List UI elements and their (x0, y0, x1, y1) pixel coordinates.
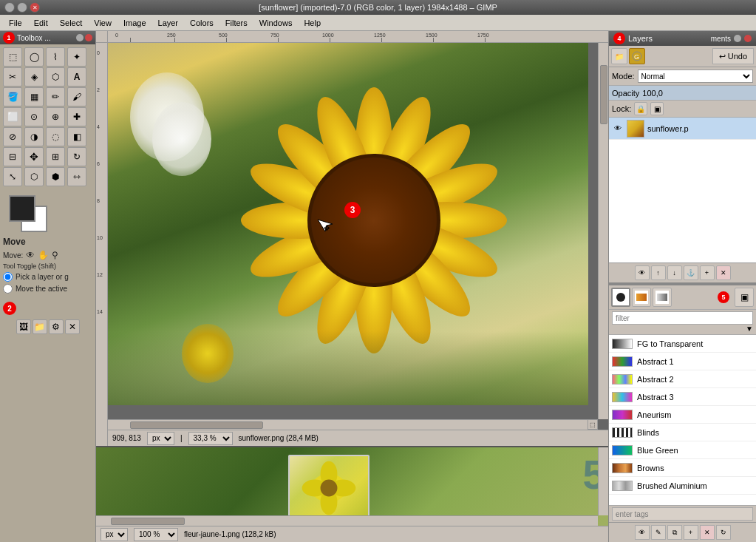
bottom-scrollbar-h[interactable] (96, 515, 598, 526)
tool-blur[interactable]: ◌ (46, 127, 65, 146)
canvas-zoom-select[interactable]: 33,3 % (188, 432, 233, 445)
gradient-eye-btn[interactable]: 👁 (635, 525, 650, 540)
tool-bucket[interactable]: 🪣 (3, 87, 22, 106)
layer-new-btn[interactable]: + (700, 265, 715, 280)
tool-fuzzy-select[interactable]: ✦ (67, 47, 86, 67)
menu-select[interactable]: Select (54, 15, 89, 30)
open-image-btn[interactable]: 📁 (33, 319, 47, 334)
prefs-btn[interactable]: ⚙ (49, 319, 64, 334)
tool-paths[interactable]: ⬡ (46, 67, 65, 87)
scrollbar-v-thumb[interactable] (600, 65, 607, 124)
layer-lower-btn[interactable]: ↓ (667, 265, 682, 280)
layers-minimize[interactable] (734, 35, 741, 42)
menu-layer[interactable]: Layer (152, 15, 185, 30)
tool-pencil[interactable]: ✏ (46, 87, 65, 106)
lock-pixels-btn[interactable]: 🔒 (634, 102, 647, 115)
undo-button[interactable]: ↩ Undo (712, 48, 754, 64)
mode-select[interactable]: Normal (638, 70, 753, 83)
tool-flip[interactable]: ⇿ (67, 167, 86, 186)
minimize-button[interactable] (4, 2, 15, 13)
gradient-grey-btn[interactable] (653, 288, 672, 307)
tool-rotate[interactable]: ↻ (67, 147, 86, 166)
tool-airbrush[interactable]: ⊙ (24, 107, 44, 126)
layer-raise-btn[interactable]: ↑ (651, 265, 666, 280)
tool-paintbrush[interactable]: 🖌 (67, 87, 86, 106)
bottom-scrollbar-thumb[interactable] (111, 518, 185, 525)
tool-crop[interactable]: ⊞ (46, 147, 65, 166)
gradient-abstract3[interactable]: Abstract 3 (609, 388, 756, 406)
layer-delete-btn[interactable]: ✕ (716, 265, 731, 280)
menu-windows[interactable]: Windows (253, 15, 299, 30)
gradient-abstract1[interactable]: Abstract 1 (609, 353, 756, 370)
filter-dropdown[interactable]: ▼ (746, 325, 753, 333)
tool-free-select[interactable]: ⌇ (46, 47, 65, 67)
menu-colors[interactable]: Colors (184, 15, 219, 30)
tool-rect-select[interactable]: ⬚ (3, 47, 22, 67)
menu-filters[interactable]: Filters (219, 15, 253, 30)
gradient-expand-btn[interactable]: ▣ (735, 288, 754, 307)
toolbox-close[interactable] (85, 34, 92, 41)
gradient-edit-btn[interactable]: ✎ (651, 525, 666, 540)
tool-heal[interactable]: ✚ (67, 107, 86, 126)
tool-foreground-select[interactable]: ◈ (24, 67, 44, 87)
gradient-duplicate-btn[interactable]: ⧉ (667, 525, 682, 540)
lock-alpha-btn[interactable]: ▣ (650, 102, 664, 115)
tool-scissors[interactable]: ✂ (3, 67, 22, 87)
toolbox-minimize[interactable] (76, 34, 84, 41)
menu-view[interactable]: View (88, 15, 118, 30)
menu-edit[interactable]: Edit (28, 15, 54, 30)
pick-layer-radio[interactable] (3, 272, 13, 282)
layer-item-sunflower[interactable]: 👁 sunflower.p (609, 118, 756, 140)
maximize-button[interactable] (17, 2, 27, 13)
gradient-filter-input[interactable] (612, 311, 753, 325)
tool-clone[interactable]: ⊕ (46, 107, 65, 126)
gradient-new-btn[interactable]: + (684, 525, 698, 540)
tool-dodge-burn[interactable]: ◑ (24, 127, 44, 146)
tool-text[interactable]: A (67, 67, 86, 87)
bottom-zoom-select[interactable]: 100 % (134, 528, 178, 541)
menu-image[interactable]: Image (118, 15, 152, 30)
tags-input[interactable] (612, 507, 753, 521)
gradient-blue-green[interactable]: Blue Green (609, 441, 756, 459)
close-button[interactable]: ✕ (30, 2, 40, 13)
gradient-blinds[interactable]: Blinds (609, 424, 756, 441)
gradient-refresh-btn[interactable]: ↻ (716, 525, 731, 540)
menu-help[interactable]: Help (298, 15, 327, 30)
tool-move[interactable]: ✥ (24, 147, 44, 166)
gradient-fg-transparent[interactable]: FG to Transparent (609, 335, 756, 353)
bottom-unit-select[interactable]: px (101, 528, 128, 541)
layer-visibility-eye[interactable]: 👁 (612, 123, 624, 135)
tool-scale[interactable]: ⤡ (3, 167, 22, 186)
gradient-brushed-aluminium[interactable]: Brushed Aluminium (609, 477, 756, 495)
bottom-canvas-viewport[interactable]: 5 (96, 447, 608, 526)
layers-new-btn[interactable]: 📁 (611, 48, 627, 64)
close-tool-btn[interactable]: ✕ (65, 319, 80, 334)
tool-shear[interactable]: ⬡ (24, 167, 44, 186)
tool-colorpicker[interactable]: ◧ (67, 127, 86, 146)
bottom-scrollbar-v[interactable] (598, 447, 608, 515)
layers-close[interactable] (744, 35, 752, 42)
gradient-abstract2[interactable]: Abstract 2 (609, 370, 756, 388)
canvas-unit-select[interactable]: px (147, 432, 174, 445)
tool-perspective[interactable]: ⬢ (46, 167, 65, 186)
tool-eraser[interactable]: ⬜ (3, 107, 22, 126)
layers-ments-tab[interactable]: ments (711, 35, 731, 43)
tool-ellipse-select[interactable]: ◯ (24, 47, 44, 67)
gradient-black-btn[interactable] (611, 288, 630, 307)
new-image-btn[interactable]: 🖼 (16, 319, 31, 334)
tool-align[interactable]: ⊟ (3, 147, 22, 166)
gradient-delete-btn[interactable]: ✕ (700, 525, 715, 540)
foreground-color[interactable] (9, 195, 35, 222)
move-active-radio[interactable] (3, 284, 13, 294)
tool-gradient[interactable]: ▦ (24, 87, 44, 106)
canvas-scrollbar-v[interactable] (598, 43, 608, 419)
scrollbar-h-thumb[interactable] (130, 421, 263, 429)
tool-smudge[interactable]: ⊘ (3, 127, 22, 146)
canvas-scrollbar-h[interactable]: ⬚ (108, 419, 598, 430)
layer-anchor-btn[interactable]: ⚓ (684, 265, 698, 280)
canvas-viewport[interactable]: 3 ✥ (108, 43, 608, 430)
gradient-aneurism[interactable]: Aneurism (609, 406, 756, 424)
gradient-orange-btn[interactable] (632, 288, 651, 307)
layer-eye-btn[interactable]: 👁 (635, 265, 650, 280)
layers-gimp-btn[interactable]: G (629, 48, 645, 64)
